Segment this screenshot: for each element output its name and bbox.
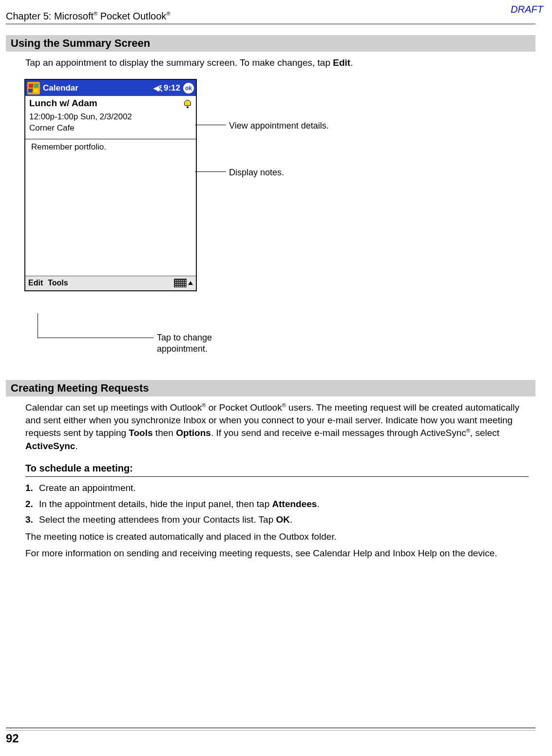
step-text: . [290, 514, 292, 525]
reg-mark: ® [282, 402, 286, 408]
reg-mark: ® [166, 11, 170, 17]
bottom-menubar: Edit Tools [25, 276, 196, 290]
callout-line [38, 338, 153, 338]
chapter-prefix: Chapter 5: Microsoft [6, 11, 94, 21]
t: , select [470, 428, 499, 438]
bold-ok: OK [276, 514, 290, 525]
step-text: . [317, 499, 319, 509]
step-number: 3. [25, 513, 39, 527]
detail-location: Corner Cafe [29, 123, 192, 134]
detail-datetime: 12:00p-1:00p Sun, 2/3/2002 [29, 112, 192, 123]
t: then [153, 428, 176, 438]
schedule-heading: To schedule a meeting: [25, 463, 133, 474]
footer-rule-thin [6, 730, 535, 731]
reg-mark: ® [94, 11, 97, 17]
callout-line [38, 313, 38, 338]
titlebar-label: Calendar [43, 83, 78, 93]
intro-text-c: . [350, 57, 353, 68]
callout-notes: Display notes. [229, 168, 284, 178]
t: . [75, 441, 77, 451]
callout-edit-l1: Tap to change [157, 333, 212, 342]
intro-bold-edit: Edit [333, 57, 350, 68]
step-text: Create an appointment. [39, 483, 136, 493]
keyboard-icon[interactable] [174, 279, 187, 287]
list-item: 2.In the appointment details, hide the i… [25, 497, 529, 511]
reminder-bell-icon[interactable] [183, 99, 192, 108]
intro-paragraph: Tap an appointment to display the summar… [25, 57, 535, 69]
bold-tools: Tools [129, 428, 152, 438]
titlebar-time: 9:12 [164, 83, 180, 93]
meeting-paragraph: Calendar can set up meetings with Outloo… [25, 401, 529, 453]
callout-edit-l2: appointment. [157, 344, 208, 354]
section-heading-meeting: Creating Meeting Requests [6, 380, 535, 397]
appointment-details: 12:00p-1:00p Sun, 2/3/2002 Corner Cafe [25, 110, 196, 139]
windows-flag-icon[interactable] [27, 82, 40, 94]
footer-rule [6, 727, 535, 729]
appointment-notes[interactable]: Remember portfolio. [25, 139, 196, 276]
callout-edit: Tap to change appointment. [157, 332, 212, 355]
schedule-steps: 1.Create an appointment. 2.In the appoin… [25, 481, 529, 563]
list-item: 1.Create an appointment. [25, 481, 529, 495]
schedule-rule [25, 476, 529, 477]
device-screenshot: Calendar ◀ξ 9:12 ok Lunch w/ Adam 12:00p… [24, 79, 197, 291]
chapter-header: Chapter 5: Microsoft® Pocket Outlook® [6, 11, 170, 22]
t: . If you send and receive e-mail message… [211, 428, 466, 438]
tail-paragraph: For more information on sending and rece… [25, 547, 529, 561]
t: or Pocket Outlook [206, 402, 282, 413]
callout-details: View appointment details. [229, 121, 329, 131]
list-item: 3.Select the meeting attendees from your… [25, 513, 529, 527]
menu-edit[interactable]: Edit [28, 279, 43, 287]
draft-watermark: DRAFT [511, 4, 543, 15]
bold-options: Options [176, 428, 211, 438]
tail-paragraph: The meeting notice is created automatica… [25, 530, 529, 544]
page-number: 92 [6, 732, 19, 745]
ok-button[interactable]: ok [183, 83, 194, 94]
header-rule [6, 23, 535, 25]
input-panel-arrow-icon[interactable] [188, 281, 193, 285]
callout-line [195, 125, 226, 125]
section-heading-summary: Using the Summary Screen [6, 35, 535, 52]
chapter-mid: Pocket Outlook [97, 11, 166, 21]
step-text: Select the meeting attendees from your C… [39, 514, 276, 525]
appointment-subject: Lunch w/ Adam [29, 98, 97, 109]
bold-activesync: ActiveSync [25, 441, 75, 451]
t: Calendar can set up meetings with Outloo… [25, 402, 202, 413]
step-text: In the appointment details, hide the inp… [39, 499, 272, 509]
menu-tools[interactable]: Tools [48, 279, 68, 287]
screenshot-figure: Calendar ◀ξ 9:12 ok Lunch w/ Adam 12:00p… [24, 79, 409, 291]
step-number: 2. [25, 497, 39, 511]
intro-text-a: Tap an appointment to display the summar… [25, 57, 333, 68]
step-number: 1. [25, 481, 39, 495]
subject-row: Lunch w/ Adam [25, 96, 196, 110]
bold-attendees: Attendees [272, 499, 317, 509]
callout-line [195, 171, 226, 172]
reg-mark: ® [466, 428, 470, 434]
speaker-icon[interactable]: ◀ξ [153, 84, 162, 93]
titlebar: Calendar ◀ξ 9:12 ok [25, 80, 196, 96]
